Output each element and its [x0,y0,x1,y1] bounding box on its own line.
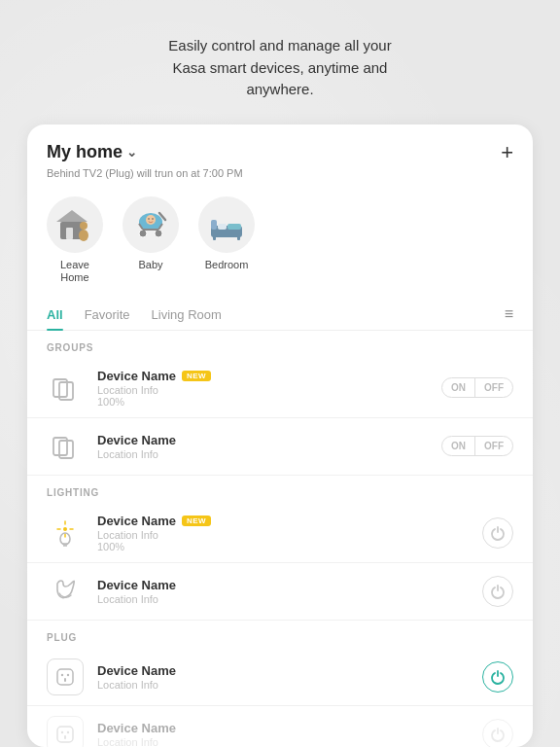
scene-baby[interactable]: Baby [122,196,179,284]
lighting-icon-2 [47,573,84,610]
tab-favorite[interactable]: Favorite [85,300,130,330]
home-title[interactable]: My home ⌄ [47,142,137,162]
onoff-toggle-g1[interactable]: ON OFF [441,377,513,398]
device-location-l2: Location Info [97,593,469,605]
new-badge-l1: NEW [182,516,211,526]
device-name-p2: Device Name [97,721,176,735]
main-card: My home ⌄ + Behind TV2 (Plug) will trun … [27,124,533,748]
device-info-g1: Device Name NEW Location Info 100% [97,369,428,408]
device-name-row-g2: Device Name [97,433,428,447]
svg-rect-41 [64,735,66,739]
tagline-line3: anywhere. [246,81,313,97]
device-info-g2: Device Name Location Info [97,433,428,460]
tagline-line1: Easily control and manage all your [168,37,391,53]
add-button[interactable]: + [501,142,513,163]
tab-all[interactable]: All [47,300,63,330]
svg-rect-18 [218,224,227,230]
scenes-row: LeaveHome [27,189,533,300]
svg-rect-17 [211,220,217,230]
svg-marker-1 [56,210,88,222]
power-button-p1[interactable] [482,661,513,693]
svg-rect-20 [213,235,216,240]
device-location-g2: Location Info [97,448,428,460]
off-button-g2[interactable]: OFF [475,437,512,455]
tab-living-room[interactable]: Living Room [152,300,222,330]
scene-bedroom-label: Bedroom [205,259,249,271]
power-button-p2[interactable] [482,719,513,747]
scene-baby-label: Baby [138,259,162,271]
table-row: Device Name Location Info [27,649,533,706]
table-row: Device Name Location Info [27,706,533,747]
device-location-p1: Location Info [97,679,469,691]
svg-point-40 [67,731,69,733]
device-name-g1: Device Name [97,369,176,383]
device-name-l2: Device Name [97,578,176,592]
device-name-row-p1: Device Name [97,663,469,678]
plug-icon-2 [47,716,84,747]
section-plug-label: PLUG [27,621,533,649]
svg-point-8 [139,230,147,237]
scene-bedroom-icon [198,196,255,253]
off-button-g1[interactable]: OFF [475,378,512,397]
device-name-g2: Device Name [97,433,176,447]
table-row: Device Name Location Info [27,563,533,621]
section-groups-label: GROUPS [27,331,533,359]
on-button-g1[interactable]: ON [442,378,475,397]
device-location-l1: Location Info [97,529,469,541]
groups-icon-1 [47,370,84,407]
scene-baby-icon [122,196,179,253]
device-name-p1: Device Name [97,663,176,678]
onoff-toggle-g2[interactable]: ON OFF [441,436,513,456]
tabs-bar: All Favorite Living Room ≡ [27,300,533,331]
power-button-l2[interactable] [482,576,513,607]
device-location-g1: Location Info [97,384,428,396]
device-name-row-l1: Device Name NEW [97,514,469,528]
home-name-label: My home [47,142,122,162]
svg-rect-21 [237,235,240,240]
svg-point-3 [80,222,88,230]
groups-icon-2 [47,428,84,465]
svg-point-4 [79,230,88,241]
lighting-icon-1 [47,515,84,551]
svg-point-26 [63,527,67,531]
svg-rect-38 [57,727,73,742]
power-button-l1[interactable] [482,517,513,549]
svg-point-35 [61,674,63,676]
card-header: My home ⌄ + [27,124,533,167]
scene-leave-home[interactable]: LeaveHome [47,196,103,284]
device-info-p1: Device Name Location Info [97,663,469,691]
device-info-l1: Device Name NEW Location Info 100% [97,514,469,552]
table-row: Device Name NEW Location Info 100% [27,504,533,563]
scene-leave-home-label: LeaveHome [60,259,89,284]
device-list: GROUPS Device Name NEW Location Info 100… [27,331,533,747]
tab-menu-icon[interactable]: ≡ [505,305,513,323]
plug-icon-1 [47,658,84,695]
svg-rect-2 [66,228,73,239]
device-percent-g1: 100% [97,396,428,408]
device-name-l1: Device Name [97,514,176,528]
tagline: Easily control and manage all your Kasa … [110,35,449,101]
table-row: Device Name Location Info ON OFF [27,418,533,476]
table-row: Device Name NEW Location Info 100% ON OF… [27,359,533,418]
device-info-l2: Device Name Location Info [97,578,469,605]
section-lighting-label: LIGHTING [27,476,533,504]
svg-point-9 [155,230,162,237]
scene-bedroom[interactable]: Bedroom [198,196,255,284]
device-name-row-p2: Device Name [97,721,469,735]
schedule-text: Behind TV2 (Plug) will trun on at 7:00 P… [27,167,533,189]
scene-leave-home-icon [47,196,103,253]
device-name-row-g1: Device Name NEW [97,369,428,383]
svg-point-15 [152,218,154,220]
svg-point-14 [148,218,150,220]
page: Easily control and manage all your Kasa … [0,0,560,747]
svg-point-39 [61,731,63,733]
on-button-g2[interactable]: ON [442,437,475,455]
new-badge-g1: NEW [182,371,211,381]
svg-rect-19 [228,224,241,230]
svg-point-36 [67,674,69,676]
device-name-row-l2: Device Name [97,578,469,592]
device-info-p2: Device Name Location Info [97,721,469,747]
svg-rect-34 [57,669,73,685]
tagline-line2: Kasa smart devices, anytime and [173,59,388,76]
chevron-down-icon: ⌄ [126,145,137,160]
